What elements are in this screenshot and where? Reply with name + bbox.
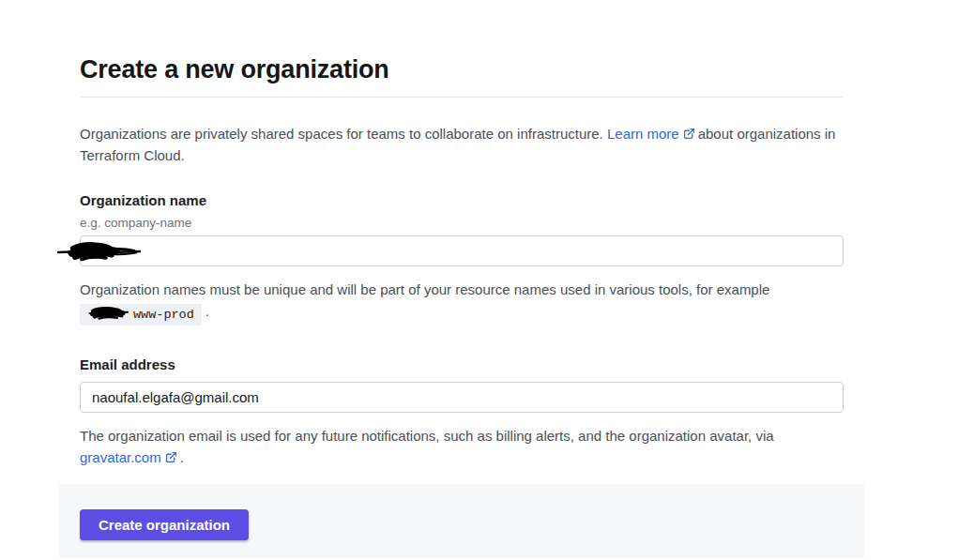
help-suffix: . (205, 303, 209, 319)
create-organization-button[interactable]: Create organization (80, 509, 249, 540)
organization-name-input-wrap (80, 235, 844, 266)
email-group: Email address The organization email is … (80, 355, 844, 468)
external-link-icon (683, 128, 695, 140)
create-organization-page: Create a new organization Organizations … (59, 53, 864, 558)
email-input-wrap (80, 382, 844, 413)
intro-text-before: Organizations are privately shared space… (80, 126, 603, 142)
organization-name-input[interactable] (80, 235, 844, 266)
title-divider (80, 97, 844, 98)
form-footer: Create organization (59, 484, 864, 558)
resource-name-example: www-prod (80, 304, 202, 325)
redaction-scribble (85, 306, 132, 321)
organization-name-hint: e.g. company-name (80, 214, 844, 232)
example-code-text: www-prod (133, 308, 194, 322)
email-help-text: The organization email is used for any f… (80, 428, 774, 444)
gravatar-link[interactable]: gravatar.com (80, 449, 161, 465)
learn-more-link[interactable]: Learn more (607, 126, 679, 142)
email-label: Email address (80, 355, 844, 375)
organization-name-group: Organization name e.g. company-name Orga… (80, 190, 844, 325)
page-title: Create a new organization (80, 53, 844, 85)
organization-name-help-text: Organization names must be unique and wi… (80, 281, 769, 297)
email-help: The organization email is used for any f… (80, 425, 844, 468)
intro-text: Organizations are privately shared space… (80, 123, 844, 166)
email-input[interactable] (80, 382, 844, 413)
organization-name-help: Organization names must be unique and wi… (80, 279, 844, 325)
organization-name-label: Organization name (80, 190, 844, 211)
external-link-icon (165, 451, 177, 463)
email-help-suffix: . (180, 449, 184, 465)
form-body: Create a new organization Organizations … (59, 53, 864, 468)
